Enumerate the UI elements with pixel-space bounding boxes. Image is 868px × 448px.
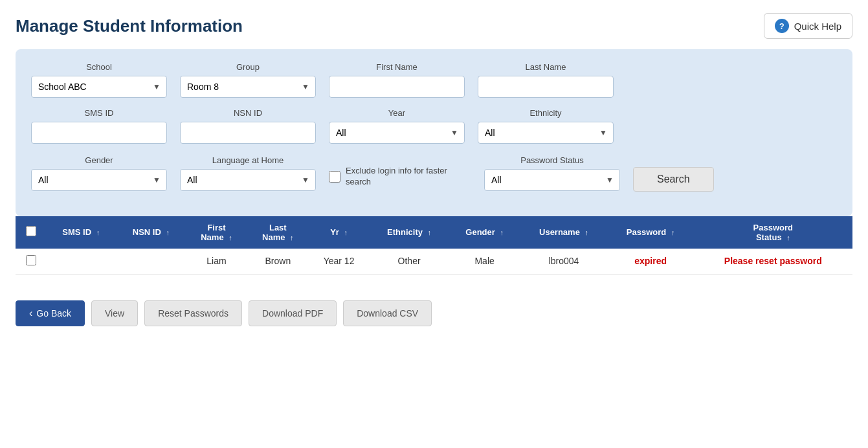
footer-buttons: ‹ Go Back View Reset Passwords Download … bbox=[16, 294, 852, 326]
language-label: Language at Home bbox=[180, 155, 316, 165]
smsid-header-label: SMS ID bbox=[62, 227, 91, 237]
lastname-header[interactable]: LastName ↑ bbox=[247, 216, 309, 249]
go-back-label: Go Back bbox=[36, 308, 71, 319]
page-header: Manage Student Information ? Quick Help bbox=[16, 13, 852, 39]
row-password: expired bbox=[608, 249, 694, 274]
lastname-label: Last Name bbox=[478, 62, 614, 72]
ethnicity-select[interactable]: All NZ European Māori Other bbox=[478, 122, 614, 144]
view-button[interactable]: View bbox=[91, 300, 138, 326]
gender-header-label: Gender bbox=[465, 227, 495, 237]
row-firstname: Liam bbox=[186, 249, 247, 274]
smsid-filter-group: SMS ID bbox=[31, 108, 167, 144]
gender-label: Gender bbox=[31, 155, 167, 165]
firstname-filter-group: First Name bbox=[329, 62, 465, 98]
quick-help-label: Quick Help bbox=[794, 21, 841, 32]
password-status-sort-icon: ↑ bbox=[786, 234, 790, 241]
year-label: Year bbox=[329, 108, 465, 118]
username-header[interactable]: Username ↑ bbox=[520, 216, 607, 249]
download-pdf-button[interactable]: Download PDF bbox=[249, 300, 337, 326]
row-lastname: Brown bbox=[247, 249, 309, 274]
nsnid-header-label: NSN ID bbox=[133, 227, 161, 237]
row-checkbox[interactable] bbox=[26, 255, 36, 265]
filter-panel: School School ABC School XYZ ▼ Group Roo… bbox=[16, 49, 852, 216]
table-header-row: SMS ID ↑ NSN ID ↑ FirstName ↑ LastName ↑ bbox=[16, 216, 852, 249]
ethnicity-header[interactable]: Ethnicity ↑ bbox=[369, 216, 449, 249]
row-yr: Year 12 bbox=[309, 249, 370, 274]
ethnicity-sort-icon: ↑ bbox=[428, 229, 432, 236]
password-header[interactable]: Password ↑ bbox=[608, 216, 694, 249]
select-all-checkbox[interactable] bbox=[26, 226, 36, 236]
smsid-label: SMS ID bbox=[31, 108, 167, 118]
row-password-status: Please reset password bbox=[694, 249, 852, 274]
quick-help-button[interactable]: ? Quick Help bbox=[764, 13, 852, 39]
gender-filter-group: Gender All Male Female ▼ bbox=[31, 155, 167, 191]
gender-select[interactable]: All Male Female bbox=[31, 169, 167, 191]
table-row: Liam Brown Year 12 Other Male lbro004 ex… bbox=[16, 249, 852, 274]
row-gender: Male bbox=[449, 249, 520, 274]
row-username: lbro004 bbox=[520, 249, 607, 274]
password-sort-icon: ↑ bbox=[671, 229, 675, 236]
firstname-label: First Name bbox=[329, 62, 465, 72]
language-filter-group: Language at Home All English Māori ▼ bbox=[180, 155, 316, 191]
password-header-label: Password bbox=[627, 227, 666, 237]
school-filter-group: School School ABC School XYZ ▼ bbox=[31, 62, 167, 98]
lastname-input[interactable] bbox=[478, 76, 614, 98]
language-select[interactable]: All English Māori bbox=[180, 169, 316, 191]
download-csv-button[interactable]: Download CSV bbox=[343, 300, 432, 326]
student-table: SMS ID ↑ NSN ID ↑ FirstName ↑ LastName ↑ bbox=[16, 216, 852, 274]
row-ethnicity: Other bbox=[369, 249, 449, 274]
back-arrow-icon: ‹ bbox=[29, 308, 32, 319]
smsid-input[interactable] bbox=[31, 122, 167, 144]
ethnicity-label: Ethnicity bbox=[478, 108, 614, 118]
firstname-header[interactable]: FirstName ↑ bbox=[186, 216, 247, 249]
lastname-filter-group: Last Name bbox=[478, 62, 614, 98]
search-button[interactable]: Search bbox=[633, 167, 714, 192]
help-icon: ? bbox=[775, 19, 789, 33]
row-smsid bbox=[46, 249, 117, 274]
gender-header[interactable]: Gender ↑ bbox=[449, 216, 520, 249]
year-select[interactable]: All Year 1 Year 2 Year 12 bbox=[329, 122, 465, 144]
group-label: Group bbox=[180, 62, 316, 72]
yr-header-label: Yr bbox=[330, 227, 339, 237]
filter-row-3: Gender All Male Female ▼ Language at Hom… bbox=[31, 154, 837, 193]
school-select[interactable]: School ABC School XYZ bbox=[31, 76, 167, 98]
group-filter-group: Group Room 8 Room 1 Room 2 ▼ bbox=[180, 62, 316, 98]
firstname-header-label: FirstName bbox=[201, 223, 225, 242]
nsnid-sort-icon: ↑ bbox=[166, 229, 170, 236]
firstname-input[interactable] bbox=[329, 76, 465, 98]
group-select[interactable]: Room 8 Room 1 Room 2 bbox=[180, 76, 316, 98]
password-status-header[interactable]: PasswordStatus ↑ bbox=[694, 216, 852, 249]
nsnid-header[interactable]: NSN ID ↑ bbox=[117, 216, 186, 249]
nsnid-label: NSN ID bbox=[180, 108, 316, 118]
exclude-login-label: Exclude login info for faster search bbox=[346, 166, 471, 188]
username-sort-icon: ↑ bbox=[585, 229, 589, 236]
filter-row-2: SMS ID NSN ID Year All Year 1 Year 2 Yea… bbox=[31, 108, 837, 144]
smsid-sort-icon: ↑ bbox=[96, 229, 100, 236]
yr-header[interactable]: Yr ↑ bbox=[309, 216, 370, 249]
exclude-login-group: Exclude login info for faster search bbox=[329, 166, 471, 193]
firstname-sort-icon: ↑ bbox=[228, 234, 232, 241]
school-label: School bbox=[31, 62, 167, 72]
lastname-header-label: LastName bbox=[262, 223, 287, 242]
row-nsnid bbox=[117, 249, 186, 274]
table-container: SMS ID ↑ NSN ID ↑ FirstName ↑ LastName ↑ bbox=[16, 216, 852, 274]
nsnid-input[interactable] bbox=[180, 122, 316, 144]
filter-row-1: School School ABC School XYZ ▼ Group Roo… bbox=[31, 62, 837, 98]
reset-passwords-button[interactable]: Reset Passwords bbox=[144, 300, 242, 326]
select-all-header bbox=[16, 216, 46, 249]
row-checkbox-cell bbox=[16, 249, 46, 274]
username-header-label: Username bbox=[539, 227, 580, 237]
gender-sort-icon: ↑ bbox=[500, 229, 504, 236]
password-status-filter-group: Password Status All Active Expired None … bbox=[484, 155, 620, 191]
smsid-header[interactable]: SMS ID ↑ bbox=[46, 216, 117, 249]
go-back-button[interactable]: ‹ Go Back bbox=[16, 300, 85, 326]
ethnicity-header-label: Ethnicity bbox=[387, 227, 423, 237]
nsnid-filter-group: NSN ID bbox=[180, 108, 316, 144]
password-status-select[interactable]: All Active Expired None bbox=[484, 169, 620, 191]
search-button-group: Search bbox=[633, 167, 714, 192]
page-title: Manage Student Information bbox=[16, 16, 243, 36]
exclude-login-checkbox[interactable] bbox=[329, 171, 340, 183]
password-status-label: Password Status bbox=[484, 155, 620, 165]
yr-sort-icon: ↑ bbox=[344, 229, 348, 236]
ethnicity-filter-group: Ethnicity All NZ European Māori Other ▼ bbox=[478, 108, 614, 144]
